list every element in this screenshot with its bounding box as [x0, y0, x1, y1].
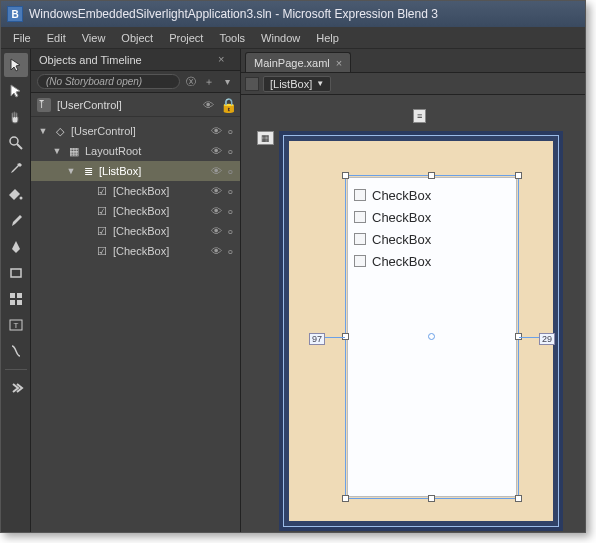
- storyboard-dropdown-icon[interactable]: ▾: [220, 75, 234, 89]
- svg-rect-7: [17, 300, 22, 305]
- svg-line-1: [17, 144, 22, 149]
- tree-row[interactable]: ☑[CheckBox]👁∘: [31, 181, 240, 201]
- direct-select-tool[interactable]: [4, 79, 28, 103]
- node-type-icon: ☑: [95, 244, 109, 258]
- resize-handle-se[interactable]: [515, 495, 522, 502]
- app-icon: B: [7, 6, 23, 22]
- tab-close-icon[interactable]: ×: [336, 57, 342, 69]
- svg-text:T: T: [13, 321, 18, 330]
- eyedropper-tool[interactable]: [4, 157, 28, 181]
- node-type-icon: ☑: [95, 184, 109, 198]
- window-title: WindowsEmbeddedSilverlightApplication3.s…: [29, 7, 438, 21]
- storyboard-close-icon[interactable]: ⓧ: [184, 75, 198, 89]
- visibility-toggle-icon[interactable]: 👁: [208, 205, 224, 217]
- tree-row[interactable]: ☑[CheckBox]👁∘: [31, 241, 240, 261]
- menu-help[interactable]: Help: [308, 29, 347, 47]
- lock-toggle-icon[interactable]: ∘: [224, 164, 236, 178]
- rectangle-tool[interactable]: [4, 261, 28, 285]
- margin-marker-right[interactable]: 29: [539, 333, 555, 345]
- visibility-toggle-icon[interactable]: 👁: [208, 125, 224, 137]
- tool-palette: T: [1, 49, 31, 532]
- resize-handle-s[interactable]: [428, 495, 435, 502]
- margin-line-right: [519, 337, 539, 338]
- tree-row[interactable]: ▼≣[ListBox]👁∘: [31, 161, 240, 181]
- text-tool[interactable]: T: [4, 313, 28, 337]
- pan-tool[interactable]: [4, 105, 28, 129]
- menu-tools[interactable]: Tools: [211, 29, 253, 47]
- panel-header: Objects and Timeline ×: [31, 49, 240, 71]
- breadcrumb-icon: [245, 77, 259, 91]
- ruler-top-icon[interactable]: ≡: [413, 109, 426, 123]
- lock-toggle-icon[interactable]: ∘: [224, 204, 236, 218]
- menu-window[interactable]: Window: [253, 29, 308, 47]
- menu-file[interactable]: File: [5, 29, 39, 47]
- tree-row[interactable]: ▼◇[UserControl]👁∘: [31, 121, 240, 141]
- panel-close-icon[interactable]: ×: [218, 53, 232, 67]
- selection-outline: [345, 175, 519, 499]
- tool-separator: [5, 369, 27, 370]
- tab-label: MainPage.xaml: [254, 57, 330, 69]
- tree-label: [CheckBox]: [113, 185, 208, 197]
- menu-view[interactable]: View: [74, 29, 114, 47]
- menu-project[interactable]: Project: [161, 29, 211, 47]
- lock-toggle-icon[interactable]: ∘: [224, 224, 236, 238]
- breadcrumb-bar: [ListBox] ▼: [241, 73, 585, 95]
- lock-toggle-icon[interactable]: ∘: [224, 124, 236, 138]
- lock-toggle-icon[interactable]: ∘: [224, 144, 236, 158]
- breadcrumb-label: [ListBox]: [270, 78, 312, 90]
- scope-up-icon[interactable]: ⤒: [37, 98, 51, 112]
- object-tree: ▼◇[UserControl]👁∘▼▦LayoutRoot👁∘▼≣[ListBo…: [31, 117, 240, 532]
- expand-icon[interactable]: ▼: [65, 166, 77, 176]
- margin-marker-left[interactable]: 97: [309, 333, 325, 345]
- visibility-toggle-icon[interactable]: 👁: [208, 165, 224, 177]
- tab-mainpage[interactable]: MainPage.xaml ×: [245, 52, 351, 72]
- paint-bucket-tool[interactable]: [4, 183, 28, 207]
- resize-handle-sw[interactable]: [342, 495, 349, 502]
- design-canvas[interactable]: ≡ ≡ ▦ CheckBoxCheckBoxCheckBoxCheckBox: [241, 95, 585, 532]
- tree-label: LayoutRoot: [85, 145, 208, 157]
- grid-tool[interactable]: [4, 287, 28, 311]
- visibility-toggle-icon[interactable]: 👁: [208, 185, 224, 197]
- margin-line-left: [325, 337, 345, 338]
- node-type-icon: ◇: [53, 124, 67, 138]
- document-tabs: MainPage.xaml ×: [241, 49, 585, 73]
- tree-row[interactable]: ☑[CheckBox]👁∘: [31, 221, 240, 241]
- visibility-toggle-icon[interactable]: 👁: [208, 145, 224, 157]
- panel-title: Objects and Timeline: [39, 54, 142, 66]
- resize-handle-n[interactable]: [428, 172, 435, 179]
- svg-rect-4: [10, 293, 15, 298]
- more-tools[interactable]: [4, 376, 28, 400]
- visibility-toggle-icon[interactable]: 👁: [208, 245, 224, 257]
- node-type-icon: ☑: [95, 224, 109, 238]
- pen-tool[interactable]: [4, 235, 28, 259]
- scope-row[interactable]: ⤒ [UserControl] 👁 🔒: [31, 93, 240, 117]
- center-handle[interactable]: [428, 333, 435, 340]
- storyboard-new-icon[interactable]: ＋: [202, 75, 216, 89]
- lock-header-icon[interactable]: 🔒: [222, 98, 234, 112]
- asset-tool[interactable]: [4, 339, 28, 363]
- brush-tool[interactable]: [4, 209, 28, 233]
- svg-rect-3: [11, 269, 21, 277]
- lock-toggle-icon[interactable]: ∘: [224, 244, 236, 258]
- titlebar[interactable]: B WindowsEmbeddedSilverlightApplication3…: [1, 1, 585, 27]
- svg-rect-5: [17, 293, 22, 298]
- visibility-header-icon[interactable]: 👁: [200, 99, 216, 111]
- menu-object[interactable]: Object: [113, 29, 161, 47]
- visibility-toggle-icon[interactable]: 👁: [208, 225, 224, 237]
- resize-handle-nw[interactable]: [342, 172, 349, 179]
- lock-toggle-icon[interactable]: ∘: [224, 184, 236, 198]
- tree-label: [CheckBox]: [113, 245, 208, 257]
- tree-row[interactable]: ☑[CheckBox]👁∘: [31, 201, 240, 221]
- breadcrumb-item[interactable]: [ListBox] ▼: [263, 76, 331, 92]
- expand-icon[interactable]: ▼: [51, 146, 63, 156]
- tree-label: [UserControl]: [71, 125, 208, 137]
- objects-panel: Objects and Timeline × (No Storyboard op…: [31, 49, 241, 532]
- storyboard-picker[interactable]: (No Storyboard open): [37, 74, 180, 89]
- tree-row[interactable]: ▼▦LayoutRoot👁∘: [31, 141, 240, 161]
- resize-handle-ne[interactable]: [515, 172, 522, 179]
- zoom-tool[interactable]: [4, 131, 28, 155]
- menu-edit[interactable]: Edit: [39, 29, 74, 47]
- expand-icon[interactable]: ▼: [37, 126, 49, 136]
- selection-tool[interactable]: [4, 53, 28, 77]
- scope-label: [UserControl]: [57, 99, 122, 111]
